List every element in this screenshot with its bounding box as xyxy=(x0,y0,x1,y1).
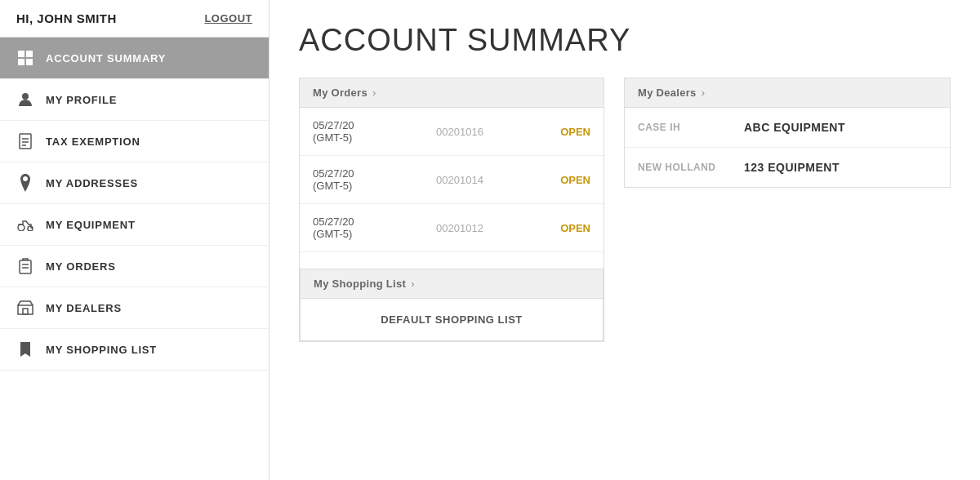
document-icon xyxy=(16,132,34,150)
sidebar-header: HI, JOHN SMITH LOGOUT xyxy=(0,0,269,38)
sidebar-item-my-shopping-list[interactable]: MY SHOPPING LIST xyxy=(0,329,269,371)
orders-panel-arrow[interactable]: › xyxy=(372,87,376,99)
clipboard-icon xyxy=(16,257,34,275)
dealer-icon xyxy=(16,299,34,317)
dealer-name: ABC EQUIPMENT xyxy=(744,121,845,134)
dealer-brand: NEW HOLLAND xyxy=(638,162,728,173)
order-date: 05/27/20(GMT-5) xyxy=(313,119,378,144)
shopping-panel-header[interactable]: My Shopping List › xyxy=(301,269,603,299)
svg-rect-1 xyxy=(26,51,33,57)
sidebar-item-label: MY PROFILE xyxy=(46,94,117,106)
sidebar-item-my-profile[interactable]: MY PROFILE xyxy=(0,79,269,121)
shopping-panel-arrow[interactable]: › xyxy=(411,278,414,290)
order-number: 00201016 xyxy=(394,126,525,138)
orders-panel-header[interactable]: My Orders › xyxy=(300,78,604,108)
sidebar-item-account-summary[interactable]: ACCOUNT SUMMARY xyxy=(0,38,269,79)
svg-rect-3 xyxy=(26,59,33,65)
sidebar-item-label: MY SHOPPING LIST xyxy=(46,344,157,356)
dealer-brand: CASE IH xyxy=(638,122,728,133)
dealers-panel-arrow[interactable]: › xyxy=(702,87,705,99)
grid-icon xyxy=(16,49,34,67)
sidebar-item-label: MY EQUIPMENT xyxy=(46,219,136,231)
person-icon xyxy=(16,91,34,109)
sidebar-item-my-orders[interactable]: MY ORDERS xyxy=(0,246,269,287)
sidebar-item-label: MY ORDERS xyxy=(46,260,116,273)
order-number: 00201012 xyxy=(394,222,525,234)
dealers-panel: My Dealers › CASE IH ABC EQUIPMENT NEW H… xyxy=(624,78,951,188)
orders-panel-title: My Orders xyxy=(313,87,368,99)
order-row: 05/27/20(GMT-5) 00201016 OPEN xyxy=(300,108,604,156)
order-date: 05/27/20(GMT-5) xyxy=(313,167,378,192)
sidebar-item-my-equipment[interactable]: MY EQUIPMENT xyxy=(0,204,269,246)
page-title: ACCOUNT SUMMARY xyxy=(299,23,951,58)
dealers-panel-header[interactable]: My Dealers › xyxy=(625,78,950,108)
sidebar: HI, JOHN SMITH LOGOUT ACCOUNT SUMMARY xyxy=(0,0,270,480)
bookmark-icon xyxy=(16,340,34,358)
sidebar-item-my-addresses[interactable]: MY ADDRESSES xyxy=(0,162,269,204)
shopping-list-row: DEFAULT SHOPPING LIST xyxy=(301,299,603,340)
sidebar-item-label: ACCOUNT SUMMARY xyxy=(46,52,166,64)
order-status: OPEN xyxy=(541,174,590,186)
sidebar-item-label: MY DEALERS xyxy=(46,302,122,314)
dealer-name: 123 EQUIPMENT xyxy=(744,161,840,174)
shopping-list-name: DEFAULT SHOPPING LIST xyxy=(381,313,523,326)
order-date: 05/27/20(GMT-5) xyxy=(313,216,378,240)
dealers-panel-title: My Dealers xyxy=(638,87,697,99)
svg-rect-14 xyxy=(18,305,33,314)
tractor-icon xyxy=(16,216,34,233)
sidebar-item-label: TAX EXEMPTION xyxy=(46,136,140,148)
logout-button[interactable]: LOGOUT xyxy=(204,12,252,24)
svg-rect-5 xyxy=(20,134,31,149)
sidebar-item-label: MY ADDRESSES xyxy=(46,177,138,189)
svg-point-4 xyxy=(22,93,29,100)
main-content: ACCOUNT SUMMARY My Orders › 05/27/20(GMT… xyxy=(270,0,980,480)
svg-point-9 xyxy=(18,224,24,231)
svg-rect-0 xyxy=(18,51,24,57)
sidebar-nav: ACCOUNT SUMMARY MY PROFILE xyxy=(0,38,269,371)
dealer-row: CASE IH ABC EQUIPMENT xyxy=(625,108,950,148)
location-icon xyxy=(16,174,34,192)
svg-rect-11 xyxy=(20,260,31,273)
sidebar-item-tax-exemption[interactable]: TAX EXEMPTION xyxy=(0,121,269,162)
svg-point-10 xyxy=(28,226,33,231)
orders-panel: My Orders › 05/27/20(GMT-5) 00201016 OPE… xyxy=(299,78,604,342)
panels-row: My Orders › 05/27/20(GMT-5) 00201016 OPE… xyxy=(299,78,951,342)
sidebar-item-my-dealers[interactable]: MY DEALERS xyxy=(0,287,269,329)
order-row: 05/27/20(GMT-5) 00201014 OPEN xyxy=(300,156,604,204)
order-status: OPEN xyxy=(541,222,590,234)
dealer-row: NEW HOLLAND 123 EQUIPMENT xyxy=(625,148,950,187)
order-number: 00201014 xyxy=(394,174,525,186)
order-status: OPEN xyxy=(541,126,590,138)
svg-rect-2 xyxy=(18,59,24,65)
order-row: 05/27/20(GMT-5) 00201012 OPEN xyxy=(300,204,604,252)
shopping-panel-title: My Shopping List xyxy=(314,278,406,290)
svg-rect-15 xyxy=(23,309,28,314)
user-greeting: HI, JOHN SMITH xyxy=(16,11,117,25)
shopping-panel: My Shopping List › DEFAULT SHOPPING LIST xyxy=(300,269,604,341)
